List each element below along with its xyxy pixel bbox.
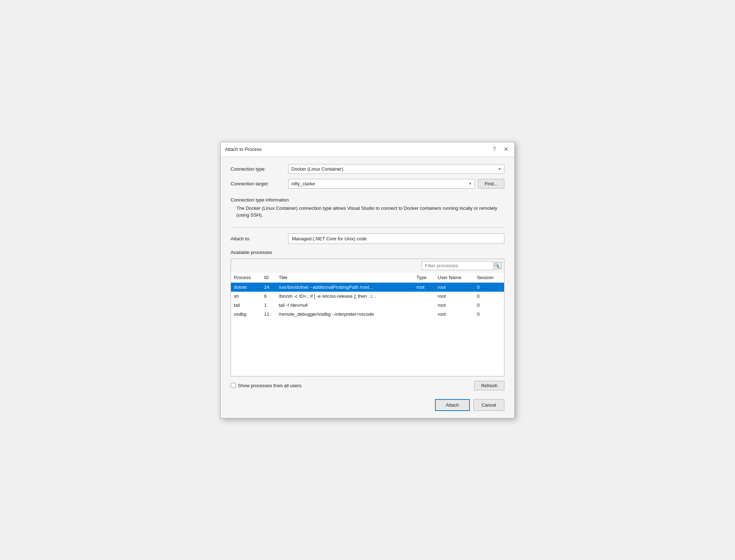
processes-table-body: dotnet24/usr/bin/dotnet --additionalProb… <box>231 282 504 319</box>
table-cell: root <box>413 282 435 292</box>
connection-target-dropdown-wrapper: nifty_clarke ▼ <box>288 179 475 189</box>
table-cell: 11 <box>261 310 276 319</box>
table-cell <box>413 310 435 319</box>
connection-type-control: Docker (Linux Container) ▼ <box>288 164 504 174</box>
connection-type-row: Connection type: Docker (Linux Container… <box>231 164 504 174</box>
find-button[interactable]: Find... <box>478 179 504 189</box>
table-cell: 6 <box>261 292 276 301</box>
attach-to-process-dialog: Attach to Process ? ✕ Connection type: D… <box>220 142 515 418</box>
bottom-row: Show processes from all users Refresh <box>231 381 504 390</box>
filter-row: 🔍 ▼ <box>231 259 504 273</box>
table-cell: 0 <box>474 292 504 301</box>
table-row[interactable]: sh6/bin/sh -c ID=.; if [ -e /etc/os-rele… <box>231 292 504 301</box>
search-icon: 🔍 <box>494 263 500 268</box>
table-cell: /bin/sh -c ID=.; if [ -e /etc/os-release… <box>276 292 413 301</box>
table-row[interactable]: tail1tail -f /dev/nullroot0 <box>231 301 504 310</box>
connection-type-dropdown-wrapper: Docker (Linux Container) ▼ <box>288 164 504 174</box>
table-cell: sh <box>231 292 261 301</box>
divider <box>231 227 504 228</box>
connection-target-row: Connection target: nifty_clarke ▼ Find..… <box>231 179 504 189</box>
table-cell: 1 <box>261 301 276 310</box>
title-bar-buttons: ? ✕ <box>490 145 510 154</box>
connection-type-label: Connection type: <box>231 166 288 172</box>
table-cell: root <box>435 282 474 292</box>
title-bar: Attach to Process ? ✕ <box>221 142 514 157</box>
table-cell: root <box>435 292 474 301</box>
connection-target-select[interactable]: nifty_clarke <box>288 179 475 189</box>
filter-input-wrap: 🔍 ▼ <box>422 261 502 270</box>
col-id: ID <box>261 273 276 283</box>
available-processes-title: Available processes <box>231 250 504 255</box>
cancel-button[interactable]: Cancel <box>473 399 504 411</box>
col-username: User Name <box>435 273 474 283</box>
info-section: Connection type information The Docker (… <box>231 194 504 220</box>
table-cell: 0 <box>474 282 504 292</box>
show-all-users-label: Show processes from all users <box>238 383 301 388</box>
info-title: Connection type information <box>231 197 504 203</box>
table-cell: vsdbg <box>231 310 261 319</box>
dialog-content: Connection type: Docker (Linux Container… <box>221 157 514 418</box>
table-cell: dotnet <box>231 282 261 292</box>
attach-to-row: Attach to: Managed (.NET Core for Unix) … <box>231 233 504 244</box>
col-type: Type <box>413 273 435 283</box>
table-cell: root <box>435 301 474 310</box>
connection-target-label: Connection target: <box>231 181 288 186</box>
table-cell: 0 <box>474 310 504 319</box>
info-text: The Docker (Linux Container) connection … <box>231 205 504 219</box>
table-cell: /remote_debugger/vsdbg --interpreter=vsc… <box>276 310 413 319</box>
refresh-button[interactable]: Refresh <box>474 381 504 390</box>
empty-process-space <box>231 319 504 376</box>
col-title: Title <box>276 273 413 283</box>
header-row: Process ID Title Type User Name Session <box>231 273 504 283</box>
table-row[interactable]: dotnet24/usr/bin/dotnet --additionalProb… <box>231 282 504 292</box>
filter-input[interactable] <box>422 261 494 270</box>
table-cell: 24 <box>261 282 276 292</box>
table-cell: 0 <box>474 301 504 310</box>
table-cell: tail -f /dev/null <box>276 301 413 310</box>
table-cell: tail <box>231 301 261 310</box>
attach-to-field: Managed (.NET Core for Unix) code <box>288 233 504 244</box>
connection-type-select[interactable]: Docker (Linux Container) <box>288 164 504 174</box>
action-buttons: Attach Cancel <box>231 396 504 411</box>
table-row[interactable]: vsdbg11/remote_debugger/vsdbg --interpre… <box>231 310 504 319</box>
attach-button[interactable]: Attach <box>435 399 470 411</box>
show-all-users-checkbox[interactable] <box>231 383 236 388</box>
table-cell: root <box>435 310 474 319</box>
close-button[interactable]: ✕ <box>501 145 510 154</box>
connection-target-control: nifty_clarke ▼ Find... <box>288 179 504 189</box>
attach-to-label: Attach to: <box>231 236 288 241</box>
col-process: Process <box>231 273 261 283</box>
table-cell <box>413 292 435 301</box>
dialog-title: Attach to Process <box>225 147 262 152</box>
table-cell: /usr/bin/dotnet --additionalProbingPath … <box>276 282 413 292</box>
show-all-users-checkbox-label[interactable]: Show processes from all users <box>231 383 301 388</box>
processes-table: Process ID Title Type User Name Session … <box>231 273 504 319</box>
col-session: Session <box>474 273 504 283</box>
table-cell <box>413 301 435 310</box>
processes-container: 🔍 ▼ Process ID Title Type User Name Sess… <box>231 259 504 376</box>
help-button[interactable]: ? <box>490 145 499 154</box>
processes-table-header: Process ID Title Type User Name Session <box>231 273 504 283</box>
